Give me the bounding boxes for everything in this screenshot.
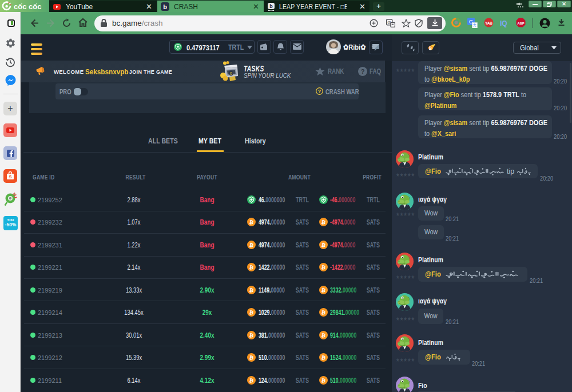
svg-text:b: b: [163, 3, 167, 10]
svg-text:S: S: [9, 174, 11, 179]
svg-text:0: 0: [230, 71, 232, 75]
svg-text:₿: ₿: [428, 46, 431, 50]
svg-text:?: ?: [361, 68, 365, 75]
svg-text:b: b: [269, 3, 273, 9]
svg-text:?: ?: [318, 89, 321, 94]
svg-text:ABP: ABP: [517, 22, 525, 25]
svg-text:YAB: YAB: [485, 21, 492, 25]
